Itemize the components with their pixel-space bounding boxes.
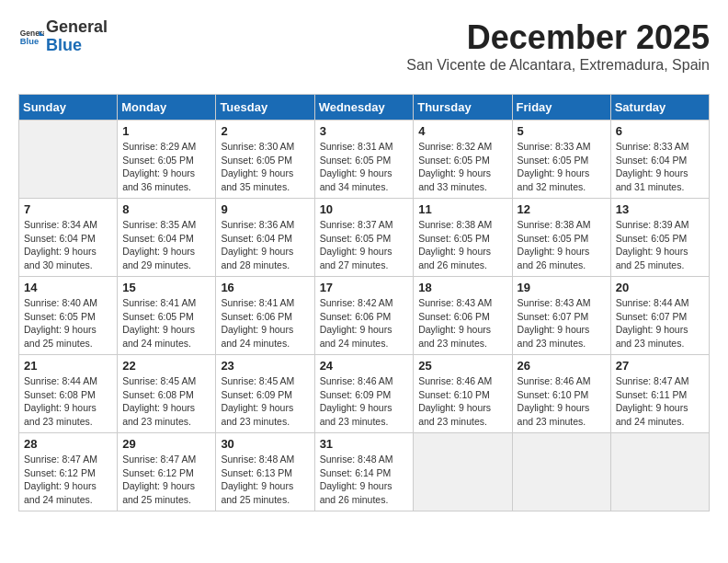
- calendar-cell: 9Sunrise: 8:36 AM Sunset: 6:04 PM Daylig…: [216, 199, 314, 277]
- calendar-cell: 28Sunrise: 8:47 AM Sunset: 6:12 PM Dayli…: [19, 433, 118, 511]
- calendar-body: 1Sunrise: 8:29 AM Sunset: 6:05 PM Daylig…: [19, 121, 710, 511]
- calendar-cell: 17Sunrise: 8:42 AM Sunset: 6:06 PM Dayli…: [314, 277, 414, 355]
- calendar-cell: 13Sunrise: 8:39 AM Sunset: 6:05 PM Dayli…: [610, 199, 709, 277]
- logo: General Blue General Blue: [18, 18, 108, 55]
- calendar-cell: 22Sunrise: 8:45 AM Sunset: 6:08 PM Dayli…: [118, 355, 216, 433]
- day-info: Sunrise: 8:37 AM Sunset: 6:05 PM Dayligh…: [320, 218, 409, 272]
- day-info: Sunrise: 8:41 AM Sunset: 6:05 PM Dayligh…: [122, 296, 210, 350]
- day-info: Sunrise: 8:42 AM Sunset: 6:06 PM Dayligh…: [320, 296, 409, 350]
- day-info: Sunrise: 8:31 AM Sunset: 6:05 PM Dayligh…: [320, 140, 409, 194]
- day-info: Sunrise: 8:43 AM Sunset: 6:07 PM Dayligh…: [518, 296, 606, 350]
- weekday-sunday: Sunday: [19, 95, 118, 121]
- day-number: 27: [616, 359, 704, 373]
- calendar-cell: 26Sunrise: 8:46 AM Sunset: 6:10 PM Dayli…: [512, 355, 610, 433]
- calendar-cell: 5Sunrise: 8:33 AM Sunset: 6:05 PM Daylig…: [512, 121, 610, 199]
- calendar-cell: [19, 121, 118, 199]
- calendar-cell: 11Sunrise: 8:38 AM Sunset: 6:05 PM Dayli…: [414, 199, 512, 277]
- logo-blue-text: Blue: [46, 36, 82, 54]
- day-number: 17: [320, 281, 409, 294]
- calendar-cell: 12Sunrise: 8:38 AM Sunset: 6:05 PM Dayli…: [512, 199, 610, 277]
- logo-icon: General Blue: [18, 24, 44, 50]
- weekday-wednesday: Wednesday: [314, 95, 414, 121]
- calendar-cell: 2Sunrise: 8:30 AM Sunset: 6:05 PM Daylig…: [216, 121, 314, 199]
- calendar-cell: 29Sunrise: 8:47 AM Sunset: 6:12 PM Dayli…: [118, 433, 216, 511]
- day-number: 16: [221, 281, 309, 294]
- calendar-cell: 1Sunrise: 8:29 AM Sunset: 6:05 PM Daylig…: [118, 121, 216, 199]
- location-title: San Vicente de Alcantara, Extremadura, S…: [406, 57, 710, 74]
- day-info: Sunrise: 8:43 AM Sunset: 6:06 PM Dayligh…: [418, 296, 506, 350]
- calendar-cell: 21Sunrise: 8:44 AM Sunset: 6:08 PM Dayli…: [19, 355, 118, 433]
- day-number: 25: [418, 359, 506, 373]
- logo-general-text: General: [46, 17, 108, 36]
- day-number: 21: [24, 359, 112, 373]
- calendar-cell: 3Sunrise: 8:31 AM Sunset: 6:05 PM Daylig…: [314, 121, 414, 199]
- weekday-thursday: Thursday: [414, 95, 512, 121]
- day-number: 26: [518, 359, 606, 373]
- day-number: 22: [122, 359, 210, 373]
- day-info: Sunrise: 8:47 AM Sunset: 6:11 PM Dayligh…: [616, 374, 704, 429]
- day-info: Sunrise: 8:30 AM Sunset: 6:05 PM Dayligh…: [221, 140, 309, 194]
- calendar-cell: [512, 433, 610, 511]
- day-number: 2: [221, 124, 309, 138]
- weekday-friday: Friday: [512, 95, 610, 121]
- day-info: Sunrise: 8:38 AM Sunset: 6:05 PM Dayligh…: [518, 218, 606, 272]
- calendar-cell: 15Sunrise: 8:41 AM Sunset: 6:05 PM Dayli…: [118, 277, 216, 355]
- calendar-cell: 16Sunrise: 8:41 AM Sunset: 6:06 PM Dayli…: [216, 277, 314, 355]
- calendar-cell: 14Sunrise: 8:40 AM Sunset: 6:05 PM Dayli…: [19, 277, 118, 355]
- calendar-cell: 10Sunrise: 8:37 AM Sunset: 6:05 PM Dayli…: [314, 199, 414, 277]
- day-number: 20: [616, 281, 704, 294]
- day-info: Sunrise: 8:33 AM Sunset: 6:05 PM Dayligh…: [518, 140, 606, 194]
- week-row-4: 28Sunrise: 8:47 AM Sunset: 6:12 PM Dayli…: [19, 433, 710, 511]
- day-number: 11: [418, 202, 506, 216]
- week-row-0: 1Sunrise: 8:29 AM Sunset: 6:05 PM Daylig…: [19, 121, 710, 199]
- calendar-cell: 6Sunrise: 8:33 AM Sunset: 6:04 PM Daylig…: [610, 121, 709, 199]
- calendar-cell: 23Sunrise: 8:45 AM Sunset: 6:09 PM Dayli…: [216, 355, 314, 433]
- calendar-cell: 8Sunrise: 8:35 AM Sunset: 6:04 PM Daylig…: [118, 199, 216, 277]
- day-number: 13: [616, 202, 704, 216]
- calendar-cell: 24Sunrise: 8:46 AM Sunset: 6:09 PM Dayli…: [314, 355, 414, 433]
- day-info: Sunrise: 8:46 AM Sunset: 6:10 PM Dayligh…: [418, 374, 506, 429]
- day-info: Sunrise: 8:40 AM Sunset: 6:05 PM Dayligh…: [24, 296, 112, 350]
- day-info: Sunrise: 8:29 AM Sunset: 6:05 PM Dayligh…: [122, 140, 210, 194]
- day-number: 12: [518, 202, 606, 216]
- day-info: Sunrise: 8:44 AM Sunset: 6:07 PM Dayligh…: [616, 296, 704, 350]
- day-number: 4: [418, 124, 506, 138]
- weekday-tuesday: Tuesday: [216, 95, 314, 121]
- day-info: Sunrise: 8:48 AM Sunset: 6:14 PM Dayligh…: [320, 453, 409, 507]
- calendar-cell: 7Sunrise: 8:34 AM Sunset: 6:04 PM Daylig…: [19, 199, 118, 277]
- day-number: 1: [122, 124, 210, 138]
- weekday-header: SundayMondayTuesdayWednesdayThursdayFrid…: [19, 95, 710, 121]
- calendar-cell: 18Sunrise: 8:43 AM Sunset: 6:06 PM Dayli…: [414, 277, 512, 355]
- day-number: 10: [320, 202, 409, 216]
- day-number: 14: [24, 281, 112, 294]
- calendar-cell: [414, 433, 512, 511]
- day-info: Sunrise: 8:45 AM Sunset: 6:08 PM Dayligh…: [122, 374, 210, 429]
- calendar-table: SundayMondayTuesdayWednesdayThursdayFrid…: [18, 94, 710, 511]
- weekday-monday: Monday: [118, 95, 216, 121]
- svg-text:Blue: Blue: [20, 37, 39, 46]
- day-info: Sunrise: 8:34 AM Sunset: 6:04 PM Dayligh…: [24, 218, 112, 272]
- day-number: 9: [221, 202, 309, 216]
- week-row-3: 21Sunrise: 8:44 AM Sunset: 6:08 PM Dayli…: [19, 355, 710, 433]
- month-title: December 2025: [406, 18, 710, 57]
- day-info: Sunrise: 8:39 AM Sunset: 6:05 PM Dayligh…: [616, 218, 704, 272]
- week-row-1: 7Sunrise: 8:34 AM Sunset: 6:04 PM Daylig…: [19, 199, 710, 277]
- weekday-saturday: Saturday: [610, 95, 709, 121]
- day-number: 5: [518, 124, 606, 138]
- day-info: Sunrise: 8:35 AM Sunset: 6:04 PM Dayligh…: [122, 218, 210, 272]
- day-info: Sunrise: 8:44 AM Sunset: 6:08 PM Dayligh…: [24, 374, 112, 429]
- day-number: 18: [418, 281, 506, 294]
- day-info: Sunrise: 8:47 AM Sunset: 6:12 PM Dayligh…: [122, 453, 210, 507]
- day-number: 7: [24, 202, 112, 216]
- day-info: Sunrise: 8:48 AM Sunset: 6:13 PM Dayligh…: [221, 453, 309, 507]
- day-number: 8: [122, 202, 210, 216]
- day-info: Sunrise: 8:45 AM Sunset: 6:09 PM Dayligh…: [221, 374, 309, 429]
- day-info: Sunrise: 8:32 AM Sunset: 6:05 PM Dayligh…: [418, 140, 506, 194]
- day-info: Sunrise: 8:46 AM Sunset: 6:09 PM Dayligh…: [320, 374, 409, 429]
- day-number: 29: [122, 437, 210, 451]
- day-info: Sunrise: 8:47 AM Sunset: 6:12 PM Dayligh…: [24, 453, 112, 507]
- calendar-cell: 30Sunrise: 8:48 AM Sunset: 6:13 PM Dayli…: [216, 433, 314, 511]
- day-number: 28: [24, 437, 112, 451]
- calendar-cell: 27Sunrise: 8:47 AM Sunset: 6:11 PM Dayli…: [610, 355, 709, 433]
- calendar-cell: 4Sunrise: 8:32 AM Sunset: 6:05 PM Daylig…: [414, 121, 512, 199]
